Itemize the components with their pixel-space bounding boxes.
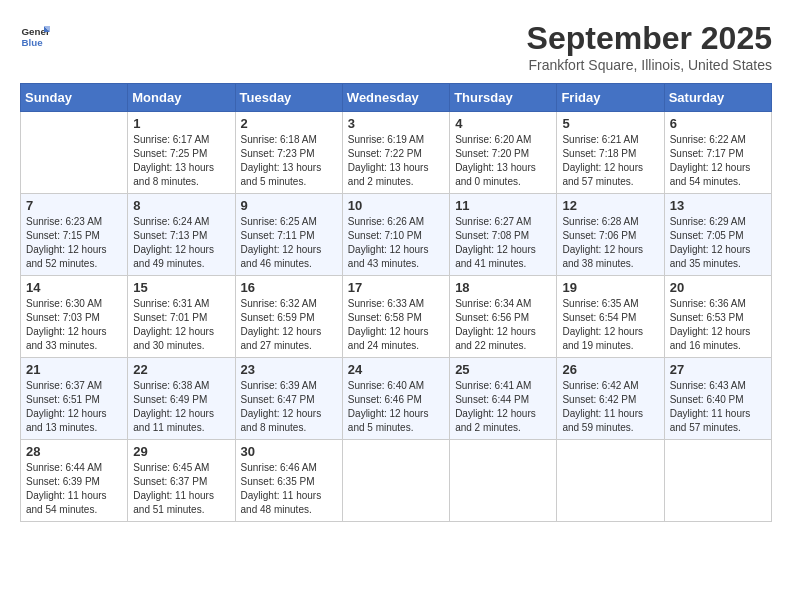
day-number: 29 (133, 444, 229, 459)
calendar-cell: 13Sunrise: 6:29 AMSunset: 7:05 PMDayligh… (664, 194, 771, 276)
day-number: 24 (348, 362, 444, 377)
day-info: Sunrise: 6:39 AMSunset: 6:47 PMDaylight:… (241, 379, 337, 435)
day-info: Sunrise: 6:34 AMSunset: 6:56 PMDaylight:… (455, 297, 551, 353)
day-info: Sunrise: 6:30 AMSunset: 7:03 PMDaylight:… (26, 297, 122, 353)
day-info: Sunrise: 6:44 AMSunset: 6:39 PMDaylight:… (26, 461, 122, 517)
day-number: 15 (133, 280, 229, 295)
day-number: 16 (241, 280, 337, 295)
header-day-tuesday: Tuesday (235, 84, 342, 112)
day-number: 3 (348, 116, 444, 131)
day-info: Sunrise: 6:19 AMSunset: 7:22 PMDaylight:… (348, 133, 444, 189)
calendar-table: SundayMondayTuesdayWednesdayThursdayFrid… (20, 83, 772, 522)
calendar-cell: 15Sunrise: 6:31 AMSunset: 7:01 PMDayligh… (128, 276, 235, 358)
day-info: Sunrise: 6:21 AMSunset: 7:18 PMDaylight:… (562, 133, 658, 189)
calendar-cell (21, 112, 128, 194)
day-info: Sunrise: 6:25 AMSunset: 7:11 PMDaylight:… (241, 215, 337, 271)
day-info: Sunrise: 6:37 AMSunset: 6:51 PMDaylight:… (26, 379, 122, 435)
day-info: Sunrise: 6:40 AMSunset: 6:46 PMDaylight:… (348, 379, 444, 435)
day-info: Sunrise: 6:32 AMSunset: 6:59 PMDaylight:… (241, 297, 337, 353)
day-number: 7 (26, 198, 122, 213)
calendar-cell: 28Sunrise: 6:44 AMSunset: 6:39 PMDayligh… (21, 440, 128, 522)
day-number: 4 (455, 116, 551, 131)
day-info: Sunrise: 6:45 AMSunset: 6:37 PMDaylight:… (133, 461, 229, 517)
day-number: 8 (133, 198, 229, 213)
day-info: Sunrise: 6:27 AMSunset: 7:08 PMDaylight:… (455, 215, 551, 271)
calendar-cell: 2Sunrise: 6:18 AMSunset: 7:23 PMDaylight… (235, 112, 342, 194)
calendar-cell: 23Sunrise: 6:39 AMSunset: 6:47 PMDayligh… (235, 358, 342, 440)
day-number: 20 (670, 280, 766, 295)
day-number: 13 (670, 198, 766, 213)
title-area: September 2025 Frankfort Square, Illinoi… (527, 20, 772, 73)
day-number: 12 (562, 198, 658, 213)
day-number: 11 (455, 198, 551, 213)
calendar-cell: 25Sunrise: 6:41 AMSunset: 6:44 PMDayligh… (450, 358, 557, 440)
calendar-cell: 22Sunrise: 6:38 AMSunset: 6:49 PMDayligh… (128, 358, 235, 440)
calendar-week-2: 7Sunrise: 6:23 AMSunset: 7:15 PMDaylight… (21, 194, 772, 276)
day-number: 26 (562, 362, 658, 377)
header-day-sunday: Sunday (21, 84, 128, 112)
calendar-cell: 11Sunrise: 6:27 AMSunset: 7:08 PMDayligh… (450, 194, 557, 276)
calendar-week-5: 28Sunrise: 6:44 AMSunset: 6:39 PMDayligh… (21, 440, 772, 522)
calendar-week-1: 1Sunrise: 6:17 AMSunset: 7:25 PMDaylight… (21, 112, 772, 194)
calendar-cell: 4Sunrise: 6:20 AMSunset: 7:20 PMDaylight… (450, 112, 557, 194)
day-info: Sunrise: 6:46 AMSunset: 6:35 PMDaylight:… (241, 461, 337, 517)
day-info: Sunrise: 6:18 AMSunset: 7:23 PMDaylight:… (241, 133, 337, 189)
day-number: 23 (241, 362, 337, 377)
day-info: Sunrise: 6:20 AMSunset: 7:20 PMDaylight:… (455, 133, 551, 189)
calendar-cell: 3Sunrise: 6:19 AMSunset: 7:22 PMDaylight… (342, 112, 449, 194)
day-info: Sunrise: 6:24 AMSunset: 7:13 PMDaylight:… (133, 215, 229, 271)
day-number: 27 (670, 362, 766, 377)
day-number: 2 (241, 116, 337, 131)
calendar-cell: 26Sunrise: 6:42 AMSunset: 6:42 PMDayligh… (557, 358, 664, 440)
day-number: 25 (455, 362, 551, 377)
day-number: 6 (670, 116, 766, 131)
calendar-cell: 5Sunrise: 6:21 AMSunset: 7:18 PMDaylight… (557, 112, 664, 194)
day-info: Sunrise: 6:31 AMSunset: 7:01 PMDaylight:… (133, 297, 229, 353)
logo-icon: General Blue (20, 20, 50, 50)
day-info: Sunrise: 6:29 AMSunset: 7:05 PMDaylight:… (670, 215, 766, 271)
day-number: 14 (26, 280, 122, 295)
calendar-cell (342, 440, 449, 522)
logo: General Blue (20, 20, 50, 50)
calendar-cell: 8Sunrise: 6:24 AMSunset: 7:13 PMDaylight… (128, 194, 235, 276)
calendar-header-row: SundayMondayTuesdayWednesdayThursdayFrid… (21, 84, 772, 112)
day-number: 1 (133, 116, 229, 131)
header-day-wednesday: Wednesday (342, 84, 449, 112)
header-day-monday: Monday (128, 84, 235, 112)
header-day-saturday: Saturday (664, 84, 771, 112)
calendar-cell: 19Sunrise: 6:35 AMSunset: 6:54 PMDayligh… (557, 276, 664, 358)
day-number: 9 (241, 198, 337, 213)
day-info: Sunrise: 6:43 AMSunset: 6:40 PMDaylight:… (670, 379, 766, 435)
month-title: September 2025 (527, 20, 772, 57)
calendar-cell: 16Sunrise: 6:32 AMSunset: 6:59 PMDayligh… (235, 276, 342, 358)
calendar-cell (450, 440, 557, 522)
day-number: 18 (455, 280, 551, 295)
calendar-week-4: 21Sunrise: 6:37 AMSunset: 6:51 PMDayligh… (21, 358, 772, 440)
calendar-cell: 7Sunrise: 6:23 AMSunset: 7:15 PMDaylight… (21, 194, 128, 276)
day-number: 30 (241, 444, 337, 459)
day-info: Sunrise: 6:22 AMSunset: 7:17 PMDaylight:… (670, 133, 766, 189)
day-info: Sunrise: 6:33 AMSunset: 6:58 PMDaylight:… (348, 297, 444, 353)
calendar-week-3: 14Sunrise: 6:30 AMSunset: 7:03 PMDayligh… (21, 276, 772, 358)
calendar-cell: 10Sunrise: 6:26 AMSunset: 7:10 PMDayligh… (342, 194, 449, 276)
calendar-cell: 18Sunrise: 6:34 AMSunset: 6:56 PMDayligh… (450, 276, 557, 358)
calendar-cell: 12Sunrise: 6:28 AMSunset: 7:06 PMDayligh… (557, 194, 664, 276)
calendar-cell: 20Sunrise: 6:36 AMSunset: 6:53 PMDayligh… (664, 276, 771, 358)
calendar-cell: 6Sunrise: 6:22 AMSunset: 7:17 PMDaylight… (664, 112, 771, 194)
calendar-cell: 14Sunrise: 6:30 AMSunset: 7:03 PMDayligh… (21, 276, 128, 358)
calendar-cell: 30Sunrise: 6:46 AMSunset: 6:35 PMDayligh… (235, 440, 342, 522)
day-number: 5 (562, 116, 658, 131)
day-info: Sunrise: 6:23 AMSunset: 7:15 PMDaylight:… (26, 215, 122, 271)
header-day-friday: Friday (557, 84, 664, 112)
header: General Blue September 2025 Frankfort Sq… (20, 20, 772, 73)
day-info: Sunrise: 6:17 AMSunset: 7:25 PMDaylight:… (133, 133, 229, 189)
day-number: 28 (26, 444, 122, 459)
calendar-cell: 27Sunrise: 6:43 AMSunset: 6:40 PMDayligh… (664, 358, 771, 440)
day-info: Sunrise: 6:42 AMSunset: 6:42 PMDaylight:… (562, 379, 658, 435)
day-info: Sunrise: 6:26 AMSunset: 7:10 PMDaylight:… (348, 215, 444, 271)
day-number: 21 (26, 362, 122, 377)
header-day-thursday: Thursday (450, 84, 557, 112)
calendar-cell: 21Sunrise: 6:37 AMSunset: 6:51 PMDayligh… (21, 358, 128, 440)
calendar-cell: 9Sunrise: 6:25 AMSunset: 7:11 PMDaylight… (235, 194, 342, 276)
calendar-cell: 24Sunrise: 6:40 AMSunset: 6:46 PMDayligh… (342, 358, 449, 440)
